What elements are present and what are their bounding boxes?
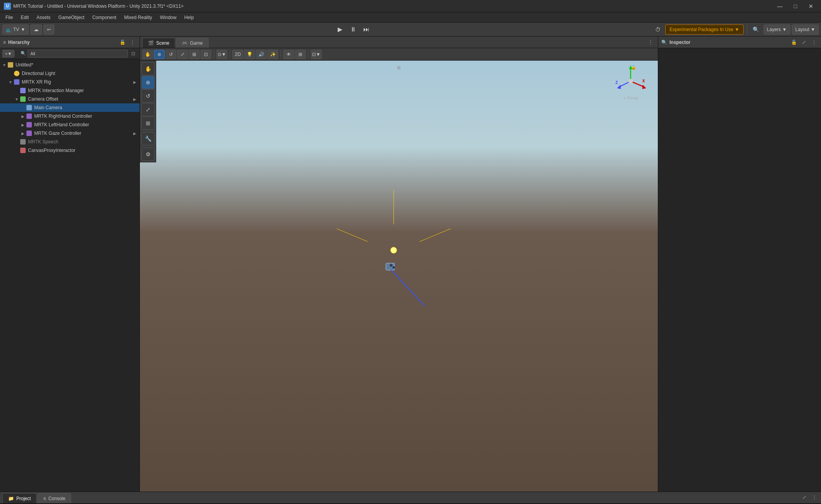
menu-help[interactable]: Help <box>180 12 198 22</box>
hierarchy-add-button[interactable]: +▼ <box>2 50 14 58</box>
menu-gameobject[interactable]: GameObject <box>54 12 88 22</box>
tree-item-mrtk-interaction-manager[interactable]: MRTK Interaction Manager <box>0 86 139 95</box>
scene-rect-button[interactable]: ⊞ <box>141 117 155 130</box>
pause-button[interactable]: ⏸ <box>347 24 359 35</box>
hierarchy-lock-button[interactable]: 🔓 <box>119 38 126 46</box>
menu-mixed-reality[interactable]: Mixed Reality <box>120 12 156 22</box>
hierarchy-menu-button[interactable]: ⋮ <box>129 38 136 46</box>
hierarchy-tree: ▼ Untitled* Directional Light ▼ MRTK XR … <box>0 59 139 492</box>
inspector-menu-button[interactable]: ⋮ <box>810 38 818 46</box>
console-tab-label: Console <box>48 496 65 501</box>
scene-custom-button[interactable]: ⚙ <box>141 148 155 161</box>
scene-rotate-button[interactable]: ↺ <box>141 89 155 103</box>
2d-button[interactable]: 2D <box>232 50 243 59</box>
tree-label-main-camera: Main Camera <box>34 105 62 110</box>
clock-button[interactable]: ⏱ <box>652 24 664 35</box>
tree-item-main-camera[interactable]: Main Camera <box>0 103 139 112</box>
bottom-tabs: 📁 Project ≡ Console ⤢ ⋮ <box>0 492 821 504</box>
tree-item-lefthand-controller[interactable]: ▶ MRTK LeftHand Controller <box>0 120 139 129</box>
scene-hand-button[interactable]: ✋ <box>141 62 155 75</box>
tree-item-directional-light[interactable]: Directional Light <box>0 69 139 78</box>
tree-item-canvas-proxy[interactable]: CanvasProxyInteractor <box>0 146 139 155</box>
toolbar-sep-4 <box>308 50 309 59</box>
tree-arrow: ▼ <box>14 97 19 101</box>
tree-item-righthand-controller[interactable]: ▶ MRTK RightHand Controller <box>0 112 139 120</box>
search-button[interactable]: 🔍 <box>750 24 762 35</box>
inspector-lock-button[interactable]: 🔓 <box>790 38 798 46</box>
hierarchy-panel: ≡ Hierarchy 🔓 ⋮ +▼ 🔍 ⊡ ▼ Untitled* Direc… <box>0 37 140 492</box>
rect-tool-button[interactable]: ⊞ <box>189 50 200 59</box>
menu-component[interactable]: Component <box>88 12 120 22</box>
hierarchy-title: Hierarchy <box>8 40 116 45</box>
gizmos-dropdown[interactable]: ⊡▼ <box>311 50 322 59</box>
transform-tool-button[interactable]: ⊡ <box>200 50 211 59</box>
scene-left-toolbar: ✋ ⊕ ↺ ⤢ ⊞ 🔧 ⚙ <box>140 61 156 162</box>
lighting-button[interactable]: 💡 <box>244 50 255 59</box>
title-bar: U MRTK Tutorial - Untitled - Universal W… <box>0 0 821 12</box>
hierarchy-expand-button[interactable]: ⊡ <box>129 50 137 58</box>
pivot-dropdown[interactable]: ⊙▼ <box>216 50 227 59</box>
console-tab-icon: ≡ <box>43 496 46 501</box>
move-tool-button[interactable]: ⊕ <box>154 50 165 59</box>
tree-item-untitled[interactable]: ▼ Untitled* <box>0 61 139 69</box>
menu-assets[interactable]: Assets <box>33 12 54 22</box>
svg-line-13 <box>420 229 451 242</box>
hierarchy-search-input[interactable] <box>28 50 128 58</box>
hierarchy-toolbar: +▼ 🔍 ⊡ <box>0 48 139 59</box>
tab-scene[interactable]: 🎬 Scene <box>142 38 175 48</box>
bottom-menu-button[interactable]: ⋮ <box>810 493 819 502</box>
scene-move-button[interactable]: ⊕ <box>141 76 155 89</box>
effects-button[interactable]: ✨ <box>267 50 278 59</box>
rig-icon <box>13 78 20 85</box>
layout-dropdown[interactable]: Layout ▼ <box>792 24 819 35</box>
menu-window[interactable]: Window <box>156 12 180 22</box>
scene-snap-button[interactable]: 🔧 <box>141 132 155 145</box>
scene-scale-button[interactable]: ⤢ <box>141 103 155 116</box>
experimental-packages-button[interactable]: Experimental Packages In Use ▼ <box>665 24 743 35</box>
persp-label: < Persp <box>624 96 638 100</box>
layout-label: Layout ▼ <box>795 27 815 32</box>
menu-edit[interactable]: Edit <box>17 12 33 22</box>
svg-line-12 <box>337 229 368 242</box>
rotate-tool-button[interactable]: ↺ <box>166 50 176 59</box>
svg-point-6 <box>628 79 633 84</box>
tab-game[interactable]: 🎮 Game <box>176 38 209 48</box>
tree-item-gaze-controller[interactable]: ▶ MRTK Gaze Controller ▶ <box>0 129 139 138</box>
maximize-button[interactable]: □ <box>789 2 802 10</box>
layers-label: Layers ▼ <box>767 27 787 32</box>
tree-item-mrtk-xr-rig[interactable]: ▼ MRTK XR Rig ▶ <box>0 78 139 86</box>
tab-console[interactable]: ≡ Console <box>37 493 71 503</box>
scene-gizmo: X Z <box>613 64 648 99</box>
cloud-button[interactable]: ☁ <box>30 24 42 35</box>
scale-tool-button[interactable]: ⤢ <box>177 50 188 59</box>
tree-item-mrtk-speech[interactable]: MRTK Speech <box>0 138 139 146</box>
minimize-button[interactable]: — <box>774 2 786 10</box>
scene-panel-menu-button[interactable]: ⋮ <box>646 38 655 46</box>
tv-dropdown[interactable]: 📺 TV ▼ <box>2 24 29 35</box>
layers-dropdown[interactable]: Layers ▼ <box>763 24 790 35</box>
tab-project[interactable]: 📁 Project <box>2 493 37 503</box>
step-button[interactable]: ⏭ <box>361 24 372 35</box>
scene-tabs: 🎬 Scene 🎮 Game ⋮ <box>140 37 658 48</box>
hand-tool-button[interactable]: ✋ <box>142 50 153 59</box>
hidden-objects-button[interactable]: 👁 <box>283 50 294 59</box>
close-button[interactable]: ✕ <box>805 2 817 10</box>
main-layout: ≡ Hierarchy 🔓 ⋮ +▼ 🔍 ⊡ ▼ Untitled* Direc… <box>0 37 821 492</box>
menu-file[interactable]: File <box>2 12 17 22</box>
camera-icon <box>26 104 33 111</box>
inspector-expand-button[interactable]: ⤢ <box>800 38 808 46</box>
svg-line-17 <box>391 270 425 306</box>
svg-text:Z: Z <box>615 80 618 85</box>
audio-button[interactable]: 🔊 <box>256 50 267 59</box>
controller-gaze-icon <box>26 130 33 137</box>
project-tab-icon: 📁 <box>8 496 14 501</box>
bottom-expand-button[interactable]: ⤢ <box>800 493 809 502</box>
toolbar-sep-2 <box>230 50 230 59</box>
scene-viewport[interactable]: ✋ ⊕ ↺ ⤢ ⊞ 🔧 ⚙ ≡ 🔒 <box>140 61 658 492</box>
play-button[interactable]: ▶ <box>334 24 346 35</box>
tree-item-camera-offset[interactable]: ▼ Camera Offset ▶ <box>0 95 139 103</box>
tree-label-untitled: Untitled* <box>16 62 33 68</box>
tv-label: TV <box>13 27 19 32</box>
back-button[interactable]: ↩ <box>44 24 54 35</box>
grid-button[interactable]: ⊞ <box>295 50 306 59</box>
